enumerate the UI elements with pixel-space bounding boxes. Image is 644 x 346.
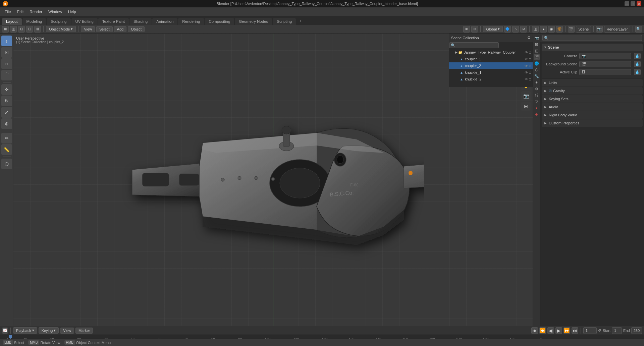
viewport-icon-5[interactable]: ⊠: [34, 26, 41, 33]
physics-props-icon[interactable]: ⚙: [534, 86, 540, 92]
outliner-hide-2-icon[interactable]: 👁: [525, 64, 528, 68]
add-menu-button[interactable]: Add: [114, 26, 127, 32]
prev-keyframe-button[interactable]: ⏪: [539, 327, 546, 334]
tab-animation[interactable]: Animation: [152, 18, 177, 25]
playback-menu-button[interactable]: Playback▾: [13, 327, 37, 334]
add-workspace-button[interactable]: +: [297, 17, 304, 25]
jump-start-button[interactable]: ⏮: [531, 327, 538, 334]
tab-uv-editing[interactable]: UV Editing: [71, 18, 98, 25]
outliner-hide-icon[interactable]: 👁: [525, 51, 528, 54]
rotate-tool-button[interactable]: ↻: [1, 96, 12, 106]
measure-tool-button[interactable]: 📏: [1, 144, 12, 155]
background-scene-eyedropper-btn[interactable]: 💧: [634, 61, 641, 67]
active-clip-eyedropper-btn[interactable]: 💧: [634, 69, 641, 75]
viewport-icon-4[interactable]: ⊟: [26, 26, 33, 33]
outliner-filter-icon[interactable]: ⚙: [527, 36, 531, 40]
global-transform-button[interactable]: Global▾: [483, 26, 503, 32]
outliner-item-coupler2[interactable]: ▲ coupler_2 👁 ⊙: [449, 62, 533, 69]
jump-end-button[interactable]: ⏭: [572, 327, 578, 334]
annotate-tool-button[interactable]: ✏: [1, 133, 12, 143]
camera-eyedropper-btn[interactable]: 💧: [634, 53, 641, 59]
scene-section-header[interactable]: ▼ Scene: [542, 44, 643, 51]
keying-sets-section[interactable]: ▶ Keying Sets: [542, 95, 643, 103]
tab-shading[interactable]: Shading: [129, 18, 152, 25]
play-button[interactable]: ▶: [555, 327, 562, 334]
end-frame-input[interactable]: 250: [631, 327, 642, 334]
add-object-button[interactable]: ⬡: [1, 159, 12, 169]
scene-props-icon[interactable]: 🎬: [534, 54, 540, 60]
background-scene-prop-value[interactable]: 🎬: [579, 61, 631, 67]
world-props-icon[interactable]: 🌐: [534, 60, 540, 66]
start-frame-input[interactable]: 1: [612, 327, 622, 334]
tab-rendering[interactable]: Rendering: [178, 18, 204, 25]
output-props-icon[interactable]: ⊟: [534, 41, 540, 47]
ortho-button[interactable]: ⊞: [521, 102, 531, 111]
tab-texture-paint[interactable]: Texture Paint: [98, 18, 129, 25]
audio-section[interactable]: ▶ Audio: [542, 103, 643, 111]
active-clip-prop-value[interactable]: 🎞: [579, 69, 631, 75]
menu-render[interactable]: Render: [27, 9, 45, 14]
select-tool-button[interactable]: ↕: [1, 36, 12, 46]
object-menu-button[interactable]: Object: [128, 26, 145, 32]
object-props-icon[interactable]: ⬡: [534, 67, 540, 73]
close-button[interactable]: ✕: [637, 1, 641, 6]
custom-properties-section[interactable]: ▶ Custom Properties: [542, 119, 643, 127]
modifier-props-icon[interactable]: 🔧: [534, 73, 540, 79]
transform-tool-button[interactable]: ⊕: [1, 118, 12, 129]
outliner-hide-3-icon[interactable]: 👁: [525, 71, 528, 74]
view-layer-props-icon[interactable]: ◫: [534, 48, 540, 54]
outliner-item-knuckle2[interactable]: ▲ knuckle_2 👁 ⊙: [449, 76, 533, 82]
menu-help[interactable]: Help: [65, 9, 79, 14]
view-menu-button[interactable]: View: [81, 26, 95, 32]
material-props-icon[interactable]: ●: [534, 105, 540, 111]
outliner-search-input[interactable]: [449, 42, 499, 48]
outliner-hide-1-icon[interactable]: 👁: [525, 57, 528, 61]
units-section[interactable]: ▶ Units: [542, 79, 643, 86]
menu-window[interactable]: Window: [46, 9, 65, 14]
next-keyframe-button[interactable]: ⏩: [564, 327, 570, 334]
tab-layout[interactable]: Layout: [2, 18, 22, 25]
render-layer-field[interactable]: RenderLayer: [604, 26, 630, 33]
view-menu-button-timeline[interactable]: View: [60, 328, 74, 334]
data-props-icon[interactable]: ▽: [534, 99, 540, 105]
outliner-select-1-icon[interactable]: ⊙: [529, 57, 531, 61]
outliner-select-2-icon[interactable]: ⊙: [529, 64, 531, 68]
solid-shading-button[interactable]: ●: [540, 26, 547, 33]
current-frame-input[interactable]: 1: [583, 327, 597, 334]
rigid-body-world-section[interactable]: ▶ Rigid Body World: [542, 111, 643, 119]
viewport-icon-3[interactable]: ⊡: [18, 26, 25, 33]
snap-icon[interactable]: 🔷: [504, 26, 511, 33]
move-tool-button[interactable]: ✛: [1, 84, 12, 95]
overlay-icon[interactable]: 👁: [463, 26, 470, 33]
scale-tool-button[interactable]: ⤢: [1, 107, 12, 118]
snap-2-icon[interactable]: ⊘: [520, 26, 527, 33]
lasso-select-button[interactable]: ⌒: [1, 70, 12, 80]
select-menu-button[interactable]: Select: [96, 26, 113, 32]
gravity-checkbox[interactable]: ☑: [549, 89, 552, 93]
viewport-shading-icon[interactable]: ⊞: [2, 26, 9, 33]
outliner-item-knuckle1[interactable]: ▲ knuckle_1 👁 ⊙: [449, 69, 533, 76]
proportional-edit-icon[interactable]: ○: [512, 26, 519, 33]
tab-scripting[interactable]: Scripting: [273, 18, 296, 25]
minimize-button[interactable]: —: [625, 1, 629, 6]
particles-props-icon[interactable]: ✦: [534, 79, 540, 85]
outliner-select-3-icon[interactable]: ⊙: [529, 71, 531, 74]
constraints-props-icon[interactable]: ⛓: [534, 92, 540, 98]
tab-sculpting[interactable]: Sculpting: [47, 18, 70, 25]
gizmo-icon[interactable]: ⊕: [471, 26, 478, 33]
keying-menu-button[interactable]: Keying▾: [39, 327, 59, 334]
search-icon[interactable]: 🔍: [635, 26, 642, 33]
outliner-select-4-icon[interactable]: ⊙: [529, 77, 531, 81]
render-props-icon[interactable]: 📷: [534, 35, 540, 41]
menu-file[interactable]: File: [2, 9, 14, 14]
scene-name-field[interactable]: Scene: [576, 26, 591, 33]
tab-geometry-nodes[interactable]: Geometry Nodes: [235, 18, 272, 25]
camera-prop-value[interactable]: 📷: [579, 53, 631, 59]
outliner-hide-4-icon[interactable]: 👁: [525, 77, 528, 81]
play-reverse-button[interactable]: ◀: [547, 327, 554, 334]
outliner-item-coupler1[interactable]: ▲ coupler_1 👁 ⊙: [449, 56, 533, 62]
wireframe-shading-button[interactable]: ◫: [532, 26, 539, 33]
gravity-section[interactable]: ▶ ☑ Gravity: [542, 87, 643, 95]
tab-modeling[interactable]: Modeling: [22, 18, 46, 25]
properties-search-input[interactable]: [542, 35, 642, 41]
